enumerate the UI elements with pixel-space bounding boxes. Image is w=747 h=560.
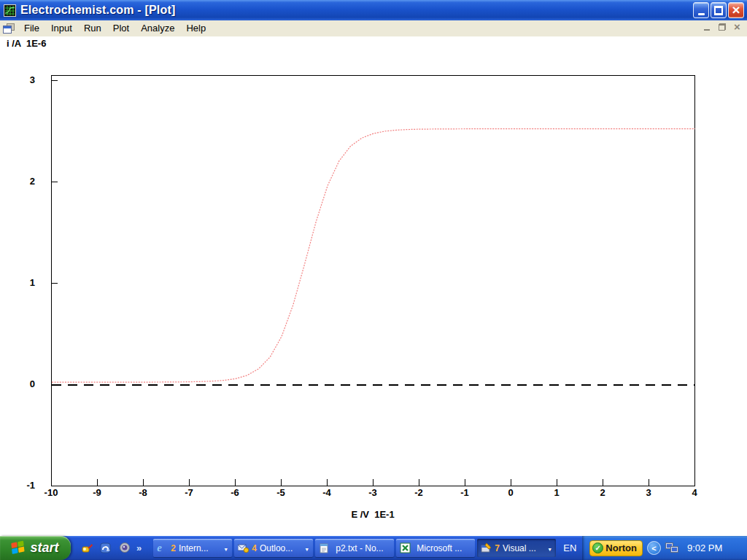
- mdi-restore-button[interactable]: [716, 22, 727, 32]
- desktop-screen: Electrochemist.com - [Plot] File Input R…: [0, 0, 747, 560]
- close-icon: [732, 3, 740, 18]
- y-axis-title: i /A 1E-6: [7, 38, 46, 49]
- taskbar-button-visual-group-active[interactable]: 7 Visual ...: [477, 539, 556, 557]
- taskbar: start » e 2 Intern: [0, 536, 747, 560]
- mdi-child-window-icon[interactable]: [3, 23, 15, 34]
- y-tick-label: -1: [13, 480, 35, 491]
- menu-analyze[interactable]: Analyze: [135, 21, 180, 36]
- x-tick-mark: [419, 479, 419, 486]
- menu-plot[interactable]: Plot: [107, 21, 135, 36]
- group-count: 2: [171, 543, 176, 553]
- x-tick-mark: [603, 479, 603, 486]
- key-icon[interactable]: [81, 542, 93, 554]
- menu-input[interactable]: Input: [45, 21, 78, 36]
- x-tick-mark: [557, 479, 557, 486]
- x-tick-label: -7: [185, 487, 193, 498]
- start-label: start: [30, 540, 58, 556]
- task-buttons: e 2 Intern... 4 Outloo...: [153, 539, 556, 557]
- x-tick-mark: [511, 479, 511, 486]
- title-bar: Electrochemist.com - [Plot]: [0, 0, 747, 20]
- language-indicator[interactable]: EN: [563, 542, 576, 553]
- y-tick-label: 0: [13, 378, 35, 389]
- x-tick-label: 1: [554, 487, 559, 498]
- x-tick-mark: [143, 479, 144, 486]
- x-tick-label: 4: [692, 487, 697, 498]
- taskbar-button-notepad[interactable]: p2.txt - No...: [315, 539, 394, 557]
- plot-client-area: i /A 1E-6 -10-9-8-7-6-5-4-3-2-1012343210…: [0, 36, 747, 536]
- system-tray: ✓ Norton < 9:02 PM: [582, 536, 747, 560]
- voltammogram-curve: [51, 75, 695, 486]
- windows-logo-icon: [12, 540, 26, 556]
- x-tick-label: -2: [414, 487, 423, 498]
- player-icon[interactable]: [119, 542, 131, 554]
- x-tick-label: -6: [231, 487, 239, 498]
- group-count: 7: [495, 543, 500, 553]
- x-axis-title: E /V 1E-1: [351, 509, 394, 520]
- taskbar-button-label: Visual ...: [503, 543, 545, 553]
- mdi-close-button[interactable]: [732, 22, 743, 32]
- x-tick-mark: [465, 479, 465, 486]
- menu-file[interactable]: File: [18, 21, 45, 36]
- taskbar-button-label: Intern...: [179, 543, 221, 553]
- x-tick-label: -4: [322, 487, 331, 498]
- menu-run[interactable]: Run: [78, 21, 107, 36]
- y-tick-mark: [52, 182, 58, 182]
- x-tick-label: 3: [646, 487, 651, 498]
- y-tick-label: 2: [13, 176, 35, 187]
- messenger-icon[interactable]: [100, 542, 112, 554]
- close-button[interactable]: [728, 2, 744, 18]
- minimize-icon: [698, 13, 705, 15]
- taskbar-clock[interactable]: 9:02 PM: [687, 542, 722, 553]
- dropdown-chevron-icon: [304, 543, 309, 553]
- x-tick-mark: [327, 479, 328, 486]
- taskbar-button-excel[interactable]: Microsoft ...: [396, 539, 475, 557]
- taskbar-button-internet-explorer-group[interactable]: e 2 Intern...: [153, 539, 232, 557]
- x-tick-label: -10: [44, 487, 58, 498]
- outlook-icon: [238, 542, 249, 553]
- x-tick-label: -8: [139, 487, 147, 498]
- x-tick-mark: [281, 479, 282, 486]
- norton-label: Norton: [605, 542, 637, 553]
- x-tick-mark: [235, 479, 236, 486]
- close-icon: [734, 22, 740, 33]
- x-tick-label: -1: [460, 487, 469, 498]
- y-tick-mark: [52, 283, 58, 284]
- quick-launch-overflow-chevron-icon[interactable]: »: [136, 542, 142, 553]
- window-title: Electrochemist.com - [Plot]: [20, 4, 176, 17]
- dropdown-chevron-icon: [223, 543, 228, 553]
- taskbar-button-label: Outloo...: [260, 543, 302, 553]
- quick-launch-bar: »: [81, 542, 142, 554]
- x-tick-label: -3: [368, 487, 377, 498]
- group-count: 4: [252, 543, 257, 553]
- y-tick-mark: [52, 80, 58, 81]
- restore-icon: [714, 7, 723, 15]
- network-icon[interactable]: [665, 542, 680, 554]
- internet-explorer-icon: e: [157, 542, 168, 553]
- mdi-window-controls: [701, 22, 743, 32]
- notepad-icon: [319, 542, 330, 553]
- visual-basic-icon: [481, 542, 492, 553]
- dropdown-chevron-icon: [547, 543, 552, 553]
- x-tick-label: 2: [600, 487, 605, 498]
- window-controls: [693, 2, 744, 18]
- taskbar-button-outlook-group[interactable]: 4 Outloo...: [234, 539, 313, 557]
- norton-badge[interactable]: ✓ Norton: [589, 540, 643, 556]
- minimize-button[interactable]: [693, 2, 709, 18]
- norton-check-icon: ✓: [592, 542, 603, 553]
- menu-bar: File Input Run Plot Analyze Help: [0, 20, 747, 36]
- minimize-icon: [704, 29, 710, 31]
- x-tick-label: -5: [276, 487, 285, 498]
- y-tick-label: 3: [13, 74, 35, 85]
- x-tick-mark: [97, 479, 98, 486]
- start-button[interactable]: start: [0, 536, 71, 560]
- x-tick-label: -9: [93, 487, 101, 498]
- excel-icon: [400, 542, 411, 553]
- tray-collapse-chevron-icon[interactable]: <: [647, 541, 661, 555]
- restore-button[interactable]: [711, 2, 727, 18]
- x-tick-mark: [373, 479, 374, 486]
- mdi-minimize-button[interactable]: [701, 22, 712, 32]
- x-tick-mark: [189, 479, 190, 486]
- menu-help[interactable]: Help: [180, 21, 212, 36]
- taskbar-button-label: p2.txt - No...: [336, 543, 390, 553]
- taskbar-button-label: Microsoft ...: [417, 543, 471, 553]
